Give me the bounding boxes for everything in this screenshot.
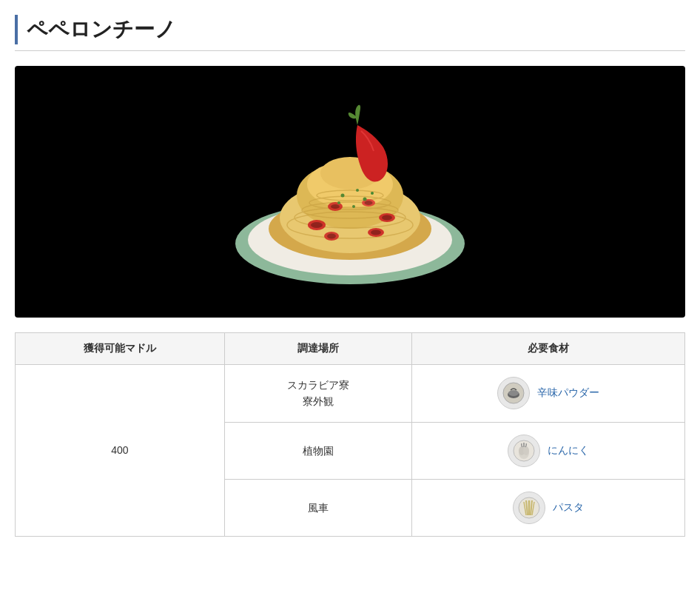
page-title: ペペロンチーノ bbox=[27, 16, 176, 44]
svg-point-29 bbox=[371, 192, 374, 195]
food-image bbox=[209, 81, 491, 303]
ingredient-icon-3 bbox=[513, 492, 545, 524]
header-location: 調達場所 bbox=[224, 333, 411, 365]
svg-point-19 bbox=[365, 201, 373, 205]
info-table: 獲得可能マドル 調達場所 必要食材 400 スカラビア寮 寮外観 bbox=[15, 332, 685, 537]
svg-point-25 bbox=[356, 189, 359, 192]
svg-point-28 bbox=[352, 205, 355, 208]
madol-value: 400 bbox=[16, 365, 225, 537]
title-accent bbox=[15, 15, 18, 44]
ingredient-link-3[interactable]: パスタ bbox=[553, 501, 584, 514]
page-container: ペペロンチーノ bbox=[0, 0, 700, 566]
svg-point-21 bbox=[327, 234, 336, 239]
svg-point-17 bbox=[331, 204, 340, 209]
ingredient-cell-2: にんにく bbox=[411, 422, 684, 479]
food-image-container bbox=[15, 66, 685, 318]
header-madol: 獲得可能マドル bbox=[16, 333, 225, 365]
svg-point-36 bbox=[523, 446, 529, 455]
ingredient-cell-1: 辛味パウダー bbox=[411, 365, 684, 423]
ingredient-icon-2 bbox=[508, 435, 540, 467]
location-1: スカラビア寮 寮外観 bbox=[224, 365, 411, 423]
ingredient-cell-3: パスタ bbox=[411, 479, 684, 536]
table-header-row: 獲得可能マドル 調達場所 必要食材 bbox=[16, 333, 685, 365]
svg-point-27 bbox=[337, 201, 340, 204]
svg-point-26 bbox=[363, 198, 367, 201]
page-header: ペペロンチーノ bbox=[15, 15, 685, 51]
svg-point-24 bbox=[341, 194, 345, 198]
table-row: 400 スカラビア寮 寮外観 bbox=[16, 365, 685, 423]
location-3: 風車 bbox=[224, 479, 411, 536]
svg-point-32 bbox=[508, 390, 519, 396]
svg-point-13 bbox=[311, 222, 323, 228]
ingredient-icon-1 bbox=[497, 377, 530, 409]
location-2: 植物園 bbox=[224, 422, 411, 479]
header-ingredient: 必要食材 bbox=[411, 333, 684, 365]
svg-point-23 bbox=[371, 230, 381, 235]
svg-point-15 bbox=[382, 215, 392, 221]
ingredient-link-2[interactable]: にんにく bbox=[548, 444, 589, 457]
ingredient-link-1[interactable]: 辛味パウダー bbox=[537, 386, 599, 400]
